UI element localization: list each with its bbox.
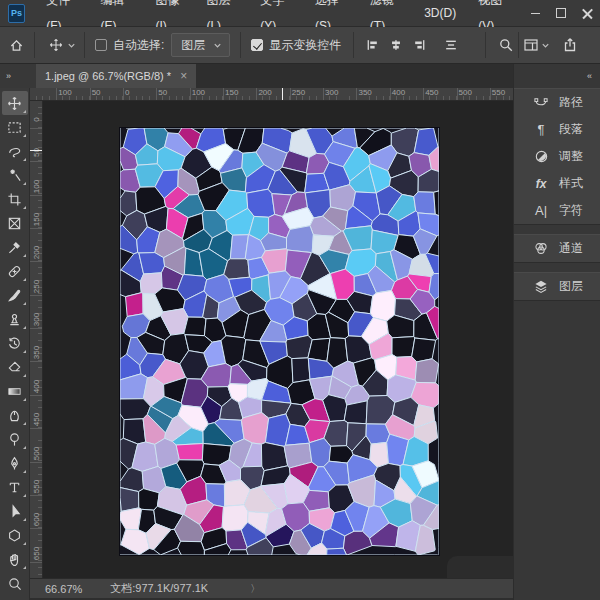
clone-stamp-tool[interactable] xyxy=(2,307,28,331)
photoshop-logo-icon: Ps xyxy=(8,4,25,23)
auto-select-checkbox[interactable] xyxy=(95,39,107,51)
chevron-down-icon[interactable] xyxy=(67,36,76,54)
cursor-position-marker xyxy=(30,150,43,151)
maximize-button[interactable] xyxy=(548,0,574,26)
close-button[interactable] xyxy=(574,0,600,26)
minimize-button[interactable] xyxy=(522,0,548,26)
ruler-label: 100 xyxy=(58,88,71,97)
tab-close-icon[interactable]: × xyxy=(180,70,187,82)
close-icon xyxy=(582,8,593,19)
crop-tool[interactable] xyxy=(2,187,28,211)
panel-button-layers[interactable]: 图层 xyxy=(514,273,600,300)
lasso-tool[interactable] xyxy=(2,139,28,163)
frame-tool[interactable] xyxy=(2,211,28,235)
ruler-label: 200 xyxy=(258,88,271,97)
move-tool[interactable] xyxy=(2,91,28,115)
panel-button-adjustments[interactable]: 调整 xyxy=(514,143,600,170)
document-tab[interactable]: 1.jpeg @ 66.7%(RGB/8) * × xyxy=(36,64,196,88)
move-tool-option-icon[interactable] xyxy=(49,38,63,52)
panel-label: 路径 xyxy=(559,94,583,111)
ruler-label: 100 xyxy=(192,88,205,97)
channels-icon xyxy=(531,241,551,256)
home-icon[interactable] xyxy=(9,38,24,53)
panel-button-styles[interactable]: fx样式 xyxy=(514,170,600,197)
brush-tool[interactable] xyxy=(2,283,28,307)
auto-select-label: 自动选择: xyxy=(113,37,164,54)
eraser-tool[interactable] xyxy=(2,355,28,379)
align-center-icon[interactable] xyxy=(389,38,403,52)
ruler-label: 550 xyxy=(32,473,41,499)
history-brush-tool[interactable] xyxy=(2,331,28,355)
show-transform-label: 显示变换控件 xyxy=(269,37,341,54)
ruler-label: 650 xyxy=(32,540,41,566)
distribute-icon[interactable] xyxy=(444,38,458,52)
ruler-label: 300 xyxy=(32,307,41,333)
panel-dock: « 路径¶段落调整fx样式A|字符通道图层 xyxy=(513,64,600,600)
paragraph-icon: ¶ xyxy=(531,123,551,136)
ruler-label: 150 xyxy=(225,88,238,97)
vertical-ruler[interactable]: 5005010015020025030035040045050055060065… xyxy=(30,101,43,578)
ruler-label: 50 xyxy=(32,140,41,166)
share-icon[interactable] xyxy=(562,37,578,53)
panel-label: 字符 xyxy=(559,202,583,219)
status-chevron-icon[interactable]: 〉 xyxy=(250,582,260,596)
panel-label: 段落 xyxy=(559,121,583,138)
rectangular-marquee-tool[interactable] xyxy=(2,115,28,139)
type-tool[interactable] xyxy=(2,475,28,499)
ruler-label: 350 xyxy=(358,88,371,97)
status-bar: 66.67% 文档:977.1K/977.1K 〉 xyxy=(30,578,513,598)
align-right-icon[interactable] xyxy=(413,38,427,52)
gradient-tool[interactable] xyxy=(2,379,28,403)
zoom-tool[interactable] xyxy=(2,571,28,595)
dock-collapse-icon[interactable]: « xyxy=(514,64,600,88)
panel-button-paths[interactable]: 路径 xyxy=(514,89,600,116)
ruler-label: 500 xyxy=(459,88,472,97)
ruler-label: 400 xyxy=(392,88,405,97)
minimize-icon xyxy=(531,13,540,14)
options-bar: 自动选择: 图层 显示变换控件 xyxy=(0,27,600,64)
panel-button-character[interactable]: A|字符 xyxy=(514,197,600,224)
ruler-label: 400 xyxy=(32,373,41,399)
path-selection-tool[interactable] xyxy=(2,499,28,523)
ruler-label: 150 xyxy=(32,207,41,233)
canvas-area[interactable] xyxy=(43,101,513,578)
panel-button-channels[interactable]: 通道 xyxy=(514,235,600,262)
workspace-switcher-icon[interactable] xyxy=(523,37,539,53)
show-transform-checkbox[interactable] xyxy=(251,39,263,51)
pen-tool[interactable] xyxy=(2,451,28,475)
search-icon[interactable] xyxy=(498,37,514,53)
eyedropper-tool[interactable] xyxy=(2,235,28,259)
horizontal-ruler[interactable]: 10050050100150200250300350400450500550 xyxy=(30,88,513,101)
toolbar-expand-icon[interactable]: » xyxy=(0,64,36,88)
hand-tool[interactable] xyxy=(2,547,28,571)
auto-select-target-dropdown[interactable]: 图层 xyxy=(171,33,230,57)
paths-icon xyxy=(531,95,551,110)
menu-3d[interactable]: 3D(D) xyxy=(413,0,467,26)
tool-column xyxy=(0,88,30,600)
panel-label: 调整 xyxy=(559,148,583,165)
character-icon: A| xyxy=(531,204,551,217)
panel-label: 图层 xyxy=(559,278,583,295)
smudge-tool[interactable] xyxy=(2,403,28,427)
auto-select-target-value: 图层 xyxy=(181,37,205,54)
ruler-label: 450 xyxy=(425,88,438,97)
spot-healing-tool[interactable] xyxy=(2,259,28,283)
cursor-position-marker xyxy=(282,88,283,101)
magic-wand-tool[interactable] xyxy=(2,163,28,187)
ruler-label: 100 xyxy=(32,173,41,199)
ruler-label: 200 xyxy=(32,240,41,266)
dodge-tool[interactable] xyxy=(2,427,28,451)
ruler-label: 0 xyxy=(125,88,129,97)
styles-icon: fx xyxy=(531,178,551,190)
tab-bar: » 1.jpeg @ 66.7%(RGB/8) * × xyxy=(0,64,513,88)
adjustments-icon xyxy=(531,149,551,164)
zoom-level-field[interactable]: 66.67% xyxy=(45,583,82,595)
chevron-down-icon[interactable] xyxy=(541,36,550,54)
ruler-label: 50 xyxy=(92,88,101,97)
document-tab-title: 1.jpeg @ 66.7%(RGB/8) * xyxy=(45,70,171,82)
panel-group: 路径¶段落调整fx样式A|字符 xyxy=(514,88,600,225)
document-image[interactable] xyxy=(120,128,439,555)
shape-tool[interactable] xyxy=(2,523,28,547)
align-left-icon[interactable] xyxy=(365,38,379,52)
panel-button-paragraph[interactable]: ¶段落 xyxy=(514,116,600,143)
